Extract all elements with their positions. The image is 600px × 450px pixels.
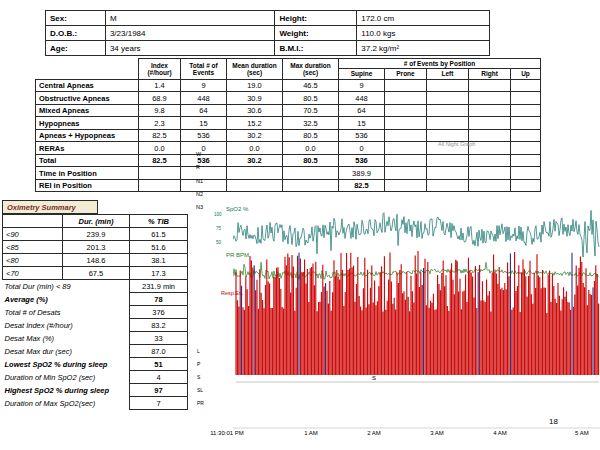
cell: 0.0 <box>139 142 181 155</box>
table-row: Total # of Desats376 <box>3 306 188 319</box>
cell <box>469 92 511 105</box>
cell: 61.5 <box>130 228 188 241</box>
time-axis-tick: 11:30:01 PM <box>197 430 257 436</box>
cell: 17.3 <box>130 267 188 280</box>
cell <box>385 79 427 92</box>
table-row: Total Dur (min) < 89231.9 min <box>3 280 188 293</box>
cell: 82.5 <box>139 154 181 167</box>
cell: 376 <box>130 306 188 319</box>
cell: 19.0 <box>227 79 283 92</box>
demographics-table: Sex: M Height: 172.0 cm D.O.B.: 3/23/198… <box>45 10 490 56</box>
field-value: 3/23/1984 <box>105 26 275 41</box>
cell: 68.9 <box>139 92 181 105</box>
cell: 0 <box>181 142 227 155</box>
cell: 64 <box>339 104 385 117</box>
cell <box>469 104 511 117</box>
table-row: Lowest SpO2 % during sleep51 <box>3 358 188 371</box>
row-label: RERAs <box>36 142 139 155</box>
field-label: Sex: <box>46 11 106 26</box>
cell: 15.2 <box>227 117 283 130</box>
table-row: Desat Index (#/hour)83.2 <box>3 319 188 332</box>
column-header: Prone <box>385 69 427 79</box>
cell <box>139 179 181 192</box>
field-label: Weight: <box>275 26 357 41</box>
table-row: Hypopneas2.31515.232.515 <box>36 117 541 130</box>
column-header: Up <box>511 69 541 79</box>
row-label: <80 <box>3 254 63 267</box>
cell: 87.0 <box>130 345 188 358</box>
cell: 15 <box>339 117 385 130</box>
row-label: Duration of Min SpO2 (sec) <box>3 371 130 384</box>
row-label: <90 <box>3 228 63 241</box>
cell: 64 <box>181 104 227 117</box>
field-value: 110.0 kgs <box>357 26 490 41</box>
table-header-row: Dur. (min) % TIB <box>3 215 188 228</box>
cell: 4 <box>130 371 188 384</box>
cell <box>427 104 469 117</box>
cell <box>427 92 469 105</box>
row-label: Desat Max (%) <box>3 332 130 345</box>
empty-header-cell <box>36 69 139 79</box>
column-header: Supine <box>339 69 385 79</box>
cell: 231.9 min <box>130 280 188 293</box>
table-row: Desat Max dur (sec)87.0 <box>3 345 188 358</box>
table-row: Desat Max (%)33 <box>3 332 188 345</box>
cell <box>385 92 427 105</box>
row-label: Central Apneas <box>36 79 139 92</box>
position-axis-letter: PR <box>197 400 204 406</box>
cell: 448 <box>181 92 227 105</box>
cell: 15 <box>181 117 227 130</box>
page-number: 18 <box>549 417 558 426</box>
time-axis-tick: 2 AM <box>344 430 404 436</box>
cell <box>511 129 541 142</box>
table-row: Age: 34 years B.M.I.: 37.2 kg/m² <box>46 41 490 56</box>
table-row: D.O.B.: 3/23/1984 Weight: 110.0 kgs <box>46 26 490 41</box>
cell <box>427 79 469 92</box>
field-value: M <box>105 11 275 26</box>
cell: 30.6 <box>227 104 283 117</box>
field-value: 34 years <box>105 41 275 56</box>
row-label: Time in Position <box>36 167 139 180</box>
cell: 97 <box>130 384 188 397</box>
cell <box>181 179 227 192</box>
row-label: REI in Position <box>36 179 139 192</box>
table-row: <90239.961.5 <box>3 228 188 241</box>
time-axis-tick: 4 AM <box>470 430 530 436</box>
row-label: Highest SpO2 % during sleep <box>3 384 130 397</box>
cell: 83.2 <box>130 319 188 332</box>
stage-label-rem: R <box>196 164 200 170</box>
cell <box>511 79 541 92</box>
cell <box>385 129 427 142</box>
table-row: Sex: M Height: 172.0 cm <box>46 11 490 26</box>
row-label: <85 <box>3 241 63 254</box>
column-header: % TIB <box>130 215 188 228</box>
table-row: Duration of Max SpO2(sec)7 <box>3 397 188 410</box>
cell: 2.3 <box>139 117 181 130</box>
row-label: Hypopneas <box>36 117 139 130</box>
cell: 239.9 <box>63 228 130 241</box>
all-night-graph-plot <box>233 145 600 430</box>
position-axis-letter: L <box>197 348 200 354</box>
row-label: Apneas + Hypopneas <box>36 129 139 142</box>
row-label: Total # of Desats <box>3 306 130 319</box>
spo2-scale-tick: 75 <box>216 226 221 231</box>
column-header: Dur. (min) <box>63 215 130 228</box>
position-axis-letter: SL <box>197 387 203 393</box>
cell <box>511 92 541 105</box>
stage-label-wake: W <box>196 151 201 157</box>
stage-label-n1: N1 <box>196 178 203 184</box>
oximetry-summary-table: Dur. (min) % TIB <90239.961.5 <85201.351… <box>2 214 188 410</box>
table-header-row: Index (#/hour) Total # of Events Mean du… <box>36 59 541 69</box>
row-label: Obstructive Apneas <box>36 92 139 105</box>
cell: 1.4 <box>139 79 181 92</box>
column-group-header: # of Events by Position <box>339 59 541 69</box>
cell <box>469 79 511 92</box>
cell: 9 <box>181 79 227 92</box>
cell: 7 <box>130 397 188 410</box>
cell: 32.5 <box>283 117 339 130</box>
column-header: Index (#/hour) <box>139 59 181 80</box>
row-label: Desat Max dur (sec) <box>3 345 130 358</box>
cell: 536 <box>339 129 385 142</box>
table-row: <85201.351.6 <box>3 241 188 254</box>
cell: 51 <box>130 358 188 371</box>
